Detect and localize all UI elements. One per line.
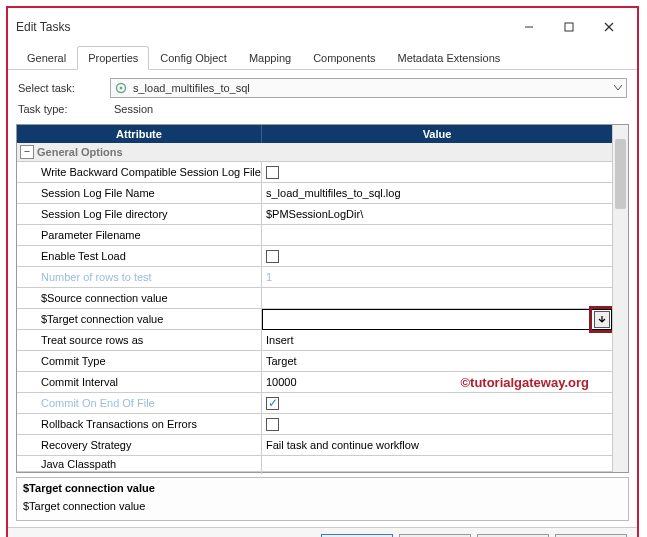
detail-value: $Target connection value xyxy=(23,500,622,512)
select-task-dropdown[interactable]: s_load_multifiles_to_sql xyxy=(110,78,627,98)
tab-components[interactable]: Components xyxy=(302,46,386,69)
target-connection-dropdown-button[interactable] xyxy=(594,311,610,328)
row-session-log-dir[interactable]: Session Log File directory $PMSessionLog… xyxy=(17,204,612,225)
svg-rect-1 xyxy=(565,23,573,31)
form-area: Select task: s_load_multifiles_to_sql Ta… xyxy=(8,70,637,124)
window-title: Edit Tasks xyxy=(16,20,70,34)
grid-scrollbar[interactable] xyxy=(612,125,628,472)
section-general-options[interactable]: – General Options xyxy=(17,143,612,162)
select-task-label: Select task: xyxy=(18,82,110,94)
row-commit-interval[interactable]: Commit Interval 10000 xyxy=(17,372,612,393)
row-num-rows-test: Number of rows to test 1 xyxy=(17,267,612,288)
collapse-icon[interactable]: – xyxy=(20,145,34,159)
row-session-log-name[interactable]: Session Log File Name s_load_multifiles_… xyxy=(17,183,612,204)
tab-general[interactable]: General xyxy=(16,46,77,69)
dialog-footer: OK Cancel Apply Help xyxy=(8,527,637,537)
select-task-value: s_load_multifiles_to_sql xyxy=(133,82,250,94)
section-label: General Options xyxy=(37,146,123,158)
tab-strip: General Properties Config Object Mapping… xyxy=(8,46,637,70)
row-target-connection[interactable]: $Target connection value xyxy=(17,309,612,330)
row-rollback[interactable]: Rollback Transactions on Errors xyxy=(17,414,612,435)
row-enable-test-load[interactable]: Enable Test Load xyxy=(17,246,612,267)
properties-grid-wrap: Attribute Value – General Options Write … xyxy=(8,124,637,473)
chevron-down-icon xyxy=(614,85,622,91)
tab-config-object[interactable]: Config Object xyxy=(149,46,238,69)
properties-grid: Attribute Value – General Options Write … xyxy=(16,124,629,473)
header-attribute: Attribute xyxy=(17,125,262,143)
scrollbar-thumb[interactable] xyxy=(615,139,626,209)
header-value: Value xyxy=(262,125,612,143)
maximize-button[interactable] xyxy=(549,14,589,40)
task-type-value: Session xyxy=(110,103,627,115)
checkbox-write-backward[interactable] xyxy=(266,166,279,179)
titlebar: Edit Tasks xyxy=(8,8,637,46)
grid-header: Attribute Value xyxy=(17,125,612,143)
svg-point-5 xyxy=(120,87,123,90)
row-parameter-filename[interactable]: Parameter Filename xyxy=(17,225,612,246)
row-commit-eof: Commit On End Of File xyxy=(17,393,612,414)
edit-tasks-window: Edit Tasks General Properties Config Obj… xyxy=(6,6,639,537)
checkbox-rollback[interactable] xyxy=(266,418,279,431)
minimize-button[interactable] xyxy=(509,14,549,40)
window-controls xyxy=(509,14,629,40)
close-button[interactable] xyxy=(589,14,629,40)
tab-mapping[interactable]: Mapping xyxy=(238,46,302,69)
tab-metadata-extensions[interactable]: Metadata Extensions xyxy=(387,46,512,69)
tab-properties[interactable]: Properties xyxy=(77,46,149,70)
row-java-classpath[interactable]: Java Classpath xyxy=(17,456,612,472)
checkbox-enable-test-load[interactable] xyxy=(266,250,279,263)
task-type-label: Task type: xyxy=(18,103,110,115)
target-connection-value[interactable] xyxy=(262,309,612,330)
row-commit-type[interactable]: Commit Type Target xyxy=(17,351,612,372)
session-icon xyxy=(114,81,128,95)
detail-title: $Target connection value xyxy=(23,482,622,494)
checkbox-commit-eof xyxy=(266,397,279,410)
detail-panel: $Target connection value $Target connect… xyxy=(16,477,629,521)
row-write-backward[interactable]: Write Backward Compatible Session Log Fi… xyxy=(17,162,612,183)
row-source-connection[interactable]: $Source connection value xyxy=(17,288,612,309)
row-treat-source[interactable]: Treat source rows as Insert xyxy=(17,330,612,351)
